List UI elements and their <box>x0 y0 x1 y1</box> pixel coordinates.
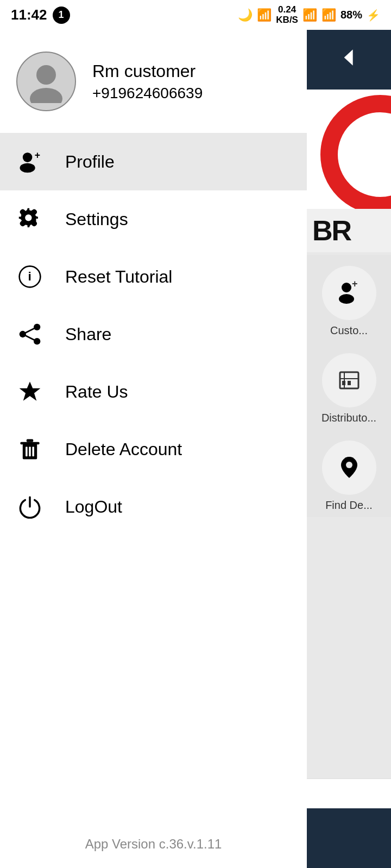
customer-circle: + <box>322 266 376 320</box>
action-label-customer: Custo... <box>330 324 368 337</box>
version-text: App Version c.36.v.1.11 <box>0 826 307 868</box>
distributor-circle <box>322 353 376 407</box>
user-name: Rm customer <box>92 61 203 81</box>
svg-marker-20 <box>344 49 352 65</box>
right-bottom-bar <box>307 808 391 868</box>
find-dealer-circle <box>322 441 376 495</box>
menu-label-rate-us: Rate Us <box>65 382 128 402</box>
charging-icon: ⚡ <box>367 9 380 22</box>
menu-label-settings: Settings <box>65 209 128 229</box>
share-icon <box>16 321 43 348</box>
svg-rect-27 <box>342 381 345 385</box>
brand-text-area: BR <box>307 209 391 252</box>
svg-point-21 <box>342 283 351 292</box>
avatar <box>16 52 76 111</box>
trash-icon <box>16 436 43 463</box>
svg-point-5 <box>25 214 31 221</box>
main-layout: Rm customer +919624606639 + Profile <box>0 30 391 868</box>
right-bottom-white-strip <box>307 778 391 808</box>
settings-icon <box>16 206 43 233</box>
menu-item-share[interactable]: Share <box>0 305 307 363</box>
svg-point-29 <box>346 462 352 468</box>
status-left: 11:42 1 <box>11 7 70 24</box>
menu-item-logout[interactable]: LogOut <box>0 478 307 535</box>
svg-point-9 <box>20 331 26 337</box>
menu-item-settings[interactable]: Settings <box>0 190 307 248</box>
action-tiles: + Custo... Distributo... <box>307 255 391 517</box>
right-top-bar <box>307 30 391 90</box>
svg-rect-18 <box>29 447 31 457</box>
svg-point-0 <box>36 65 56 85</box>
action-label-find-dealer: Find De... <box>325 499 373 512</box>
avatar-icon <box>24 60 68 103</box>
menu-list: + Profile Settings <box>0 133 307 826</box>
menu-label-delete-account: Delete Account <box>65 439 182 459</box>
power-icon <box>16 493 43 520</box>
brand-text: BR <box>312 214 351 247</box>
svg-point-3 <box>20 163 35 173</box>
svg-rect-28 <box>348 381 351 385</box>
svg-rect-15 <box>20 442 39 444</box>
notification-badge: 1 <box>53 7 70 24</box>
bluetooth-icon: 📶 <box>257 8 272 22</box>
menu-item-reset-tutorial[interactable]: i Reset Tutorial <box>0 248 307 305</box>
svg-line-11 <box>23 327 37 334</box>
action-label-distributor: Distributo... <box>321 412 376 424</box>
status-right: 🌙 📶 0.24KB/S 📶 📶 88% ⚡ <box>238 5 380 25</box>
back-arrow-icon[interactable] <box>338 47 360 73</box>
menu-label-reset-tutorial: Reset Tutorial <box>65 267 172 287</box>
svg-point-2 <box>23 152 33 162</box>
drawer: Rm customer +919624606639 + Profile <box>0 30 307 868</box>
info-icon: i <box>16 263 43 290</box>
right-panel: BR + Custo... <box>307 30 391 868</box>
menu-label-share: Share <box>65 324 111 344</box>
time: 11:42 <box>11 7 47 23</box>
action-tile-find-dealer[interactable]: Find De... <box>307 430 391 517</box>
svg-rect-24 <box>340 372 358 388</box>
moon-icon: 🌙 <box>238 8 253 22</box>
svg-text:+: + <box>352 279 358 289</box>
logo-area <box>307 90 391 209</box>
svg-rect-17 <box>26 447 28 457</box>
status-bar: 11:42 1 🌙 📶 0.24KB/S 📶 📶 88% ⚡ <box>0 0 391 30</box>
svg-rect-16 <box>27 439 33 442</box>
menu-item-rate-us[interactable]: Rate Us <box>0 363 307 420</box>
svg-point-22 <box>339 294 354 304</box>
svg-rect-19 <box>32 447 34 457</box>
add-person-icon: + <box>16 148 43 175</box>
svg-point-1 <box>30 88 62 103</box>
battery-text: 88% <box>340 9 362 21</box>
action-tile-distributor[interactable]: Distributo... <box>307 342 391 430</box>
network-speed: 0.24KB/S <box>276 5 298 25</box>
user-phone: +919624606639 <box>92 85 203 102</box>
star-icon <box>16 378 43 405</box>
menu-label-logout: LogOut <box>65 497 122 517</box>
wifi-icon: 📶 <box>302 8 317 22</box>
menu-label-profile: Profile <box>65 152 115 172</box>
user-info: Rm customer +919624606639 <box>92 61 203 102</box>
menu-item-profile[interactable]: + Profile <box>0 133 307 190</box>
red-circle <box>320 95 391 209</box>
user-section: Rm customer +919624606639 <box>0 30 307 133</box>
action-tile-customer[interactable]: + Custo... <box>307 255 391 342</box>
svg-text:+: + <box>35 150 40 161</box>
svg-text:i: i <box>28 269 31 283</box>
signal-icon: 📶 <box>321 8 336 22</box>
svg-marker-13 <box>20 382 41 401</box>
svg-line-12 <box>23 334 37 341</box>
menu-item-delete-account[interactable]: Delete Account <box>0 420 307 478</box>
